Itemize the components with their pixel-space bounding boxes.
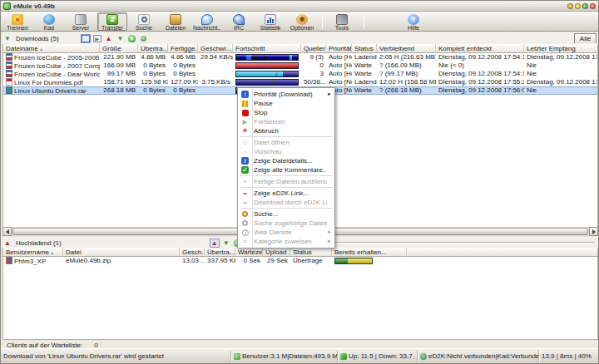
menu-item-kategorie: ≡Kategorie zuweisen► — [238, 237, 334, 246]
toolbar-label: Trennen — [3, 25, 32, 31]
toolbar-label: Server — [67, 25, 95, 31]
uploads-list-empty-area — [2, 265, 598, 339]
cancel-icon: × — [241, 127, 249, 135]
column-header-quellen[interactable]: Quellen — [301, 44, 326, 53]
menu-item-stop[interactable]: Stop — [238, 108, 334, 117]
column-header-prioritaet[interactable]: Priorität — [326, 44, 352, 53]
coins-icon[interactable] — [139, 34, 149, 43]
column-header-letzter-empfang[interactable]: Letzter Empfang — [524, 44, 597, 53]
column-header-dateiname[interactable]: Dateiname ▴ — [3, 44, 100, 53]
transfer-icon: ⇵ — [106, 14, 118, 25]
window-close-button[interactable] — [590, 3, 596, 9]
download-row[interactable]: Frozen IceCube - Dear World Radio.rar 99… — [3, 70, 597, 78]
column-header-geschwindigkeit[interactable]: Geschwi... — [198, 44, 233, 53]
upload-progress-bar — [334, 258, 373, 264]
scroll-left-button[interactable] — [2, 227, 12, 236]
upload-row[interactable]: Phfm3_XP eMule0.49b.zip 13.03 ... 337.95… — [3, 257, 597, 265]
file-icon — [6, 61, 12, 69]
toolbar-button-suche[interactable]: Suche — [129, 12, 159, 31]
menu-item-suche[interactable]: Suche... — [238, 209, 334, 219]
arrow-up-icon[interactable]: ▲ — [104, 34, 114, 43]
toolbar-label: Tools — [328, 25, 356, 31]
ed2k-link-icon: ∞ — [241, 189, 249, 197]
download-row[interactable]: Linux For Dummies.pdf 158.71 MB 125.98 K… — [3, 78, 597, 86]
menu-item-vorschau: ○Vorschau — [238, 147, 334, 156]
menu-item-fertige-ausblenden: ≡Fertige Dateien ausblenden — [238, 177, 334, 186]
arrow-up-icon[interactable]: ▲ — [210, 239, 220, 248]
downloads-section-header: ▼ Downloads (5) ▶ ▲ ▼ $ Alle — [2, 32, 598, 44]
toolbar-button-hilfe[interactable]: ?Hilfe — [399, 12, 428, 31]
menu-item-pause[interactable]: Pause — [238, 99, 334, 108]
column-header-geschwindigkeit[interactable]: Gesch... — [180, 248, 205, 257]
column-header-wartezeit[interactable]: Wartezeit — [235, 248, 263, 257]
toolbar-button-tools[interactable]: Tools — [327, 12, 357, 31]
moneybag-icon[interactable]: $ — [127, 34, 137, 43]
menu-separator — [240, 187, 333, 188]
window-arrow-icon[interactable]: ▶ — [92, 34, 102, 43]
open-file-icon: □ — [241, 139, 249, 146]
downloads-section-label: Downloads (5) — [16, 35, 59, 42]
resume-icon: ▶ — [241, 118, 249, 125]
column-header-status[interactable]: Status — [290, 248, 332, 257]
arrow-down-icon[interactable]: ▼ — [116, 34, 126, 43]
toolbar-label: Hilfe — [399, 25, 428, 31]
column-header-filler — [407, 248, 597, 257]
sort-icon: ▴ — [51, 250, 53, 255]
download-row[interactable]: Frozen IceCube - 2007 Compilation (2 Dis… — [3, 61, 597, 70]
column-header-status[interactable]: Status — [352, 44, 377, 53]
column-header-bereits-erhalten[interactable]: Bereits erhalten... — [332, 248, 407, 257]
toolbar-button-irc[interactable]: IRC — [224, 12, 254, 31]
menu-item-prioritaet[interactable]: ↕Priorität (Download)► — [238, 90, 334, 99]
status-network: eD2K:Nicht verbunden|Kad:Verbunden — [417, 351, 538, 362]
stop-icon — [242, 110, 249, 116]
menu-item-dateidetails[interactable]: iZeige Dateidetails... — [238, 156, 334, 165]
emule-window: eMule v0.49b ×Trennen Kad Server ⇵Transf… — [0, 0, 599, 364]
arrow-down-icon[interactable]: ▼ — [221, 239, 231, 248]
toolbar-button-statistik[interactable]: Statistik — [255, 12, 285, 31]
pause-icon — [241, 101, 249, 107]
toolbar-button-transfer[interactable]: ⇵Transfer — [97, 12, 127, 31]
window-minimize-button[interactable] — [567, 3, 573, 9]
scroll-right-button[interactable] — [589, 227, 598, 236]
tools-icon — [336, 14, 348, 25]
menu-item-abbruch[interactable]: ×Abbruch — [238, 126, 334, 135]
menu-item-ed2k-link[interactable]: ∞Zeige eD2K Link... — [238, 189, 334, 198]
disconnect-icon: × — [12, 14, 23, 25]
column-header-verbleibend[interactable]: Verbleibend — [377, 44, 436, 53]
kad-icon — [43, 14, 55, 25]
toolbar-button-dateien[interactable]: Dateien — [161, 12, 191, 31]
column-header-upload[interactable]: Upload ... — [263, 248, 290, 257]
column-header-uebertragen[interactable]: Übertra... — [138, 44, 168, 53]
scroll-right-icon — [592, 229, 596, 234]
uploads-section-label: Hochladend (1) — [16, 239, 62, 247]
toolbar-label: Optionen — [288, 25, 316, 31]
submenu-arrow-icon: ► — [327, 237, 334, 246]
irc-icon — [233, 14, 245, 25]
column-header-fertiggestellt[interactable]: Fertigge... — [168, 44, 198, 53]
submenu-arrow-icon: ► — [327, 90, 334, 99]
ed2k-network-icon — [420, 353, 427, 360]
column-header-datei[interactable]: Datei — [63, 248, 180, 257]
column-header-komplett-entdeckt[interactable]: Komplett entdeckt — [436, 44, 524, 53]
download-context-menu: ↕Priorität (Download)► Pause Stop ▶Forts… — [237, 87, 335, 248]
window-tray-button[interactable] — [582, 3, 588, 9]
toolbar-button-optionen[interactable]: ✱Optionen — [287, 12, 317, 31]
monitor-icon[interactable] — [81, 34, 91, 43]
toolbar-label: Nachricht... — [193, 25, 221, 31]
toolbar-button-kad[interactable]: Kad — [34, 12, 64, 31]
menu-item-kommentare[interactable]: ✓Zeige alle Kommentare... — [238, 165, 334, 175]
toolbar-button-trennen[interactable]: ×Trennen — [2, 12, 32, 31]
toolbar-button-nachrichten[interactable]: Nachricht... — [192, 12, 222, 31]
download-row[interactable]: Frozen IceCube - 2005-2006 Compilation (… — [3, 53, 597, 61]
upload-icon: ▲ — [2, 239, 12, 248]
column-header-fortschritt[interactable]: Fortschritt — [233, 44, 301, 53]
column-header-groesse[interactable]: Größe — [100, 44, 138, 53]
preview-icon: ○ — [241, 148, 249, 155]
speed-icon — [340, 353, 347, 360]
toolbar-button-server[interactable]: Server — [66, 12, 96, 31]
category-tab-alle[interactable]: Alle — [574, 33, 597, 43]
column-header-benutzername[interactable]: Benutzername ▴ — [3, 248, 63, 257]
window-maximize-button[interactable] — [575, 3, 581, 9]
sort-icon: ▴ — [40, 47, 42, 52]
column-header-uebertragen[interactable]: Übertra... — [205, 248, 235, 257]
